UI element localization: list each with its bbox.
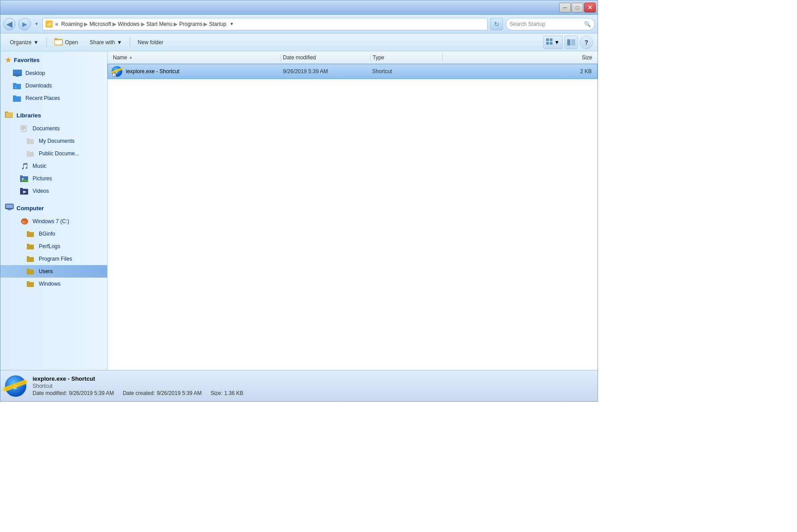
file-area: Name ▲ Date modified Type Size e: [108, 51, 598, 370]
col-type-header[interactable]: Type: [371, 54, 442, 61]
svg-text:↓: ↓: [15, 85, 17, 89]
sidebar-item-recent[interactable]: Recent Places: [0, 92, 107, 104]
search-box[interactable]: Search Startup 🔍: [506, 18, 595, 30]
sidebar-item-users[interactable]: Users: [0, 265, 107, 278]
sidebar-item-desktop[interactable]: Desktop: [0, 67, 107, 79]
file-name: iexplore.exe - Shortcut: [126, 68, 179, 75]
star-icon: ★: [5, 56, 11, 64]
svg-rect-46: [27, 256, 29, 258]
path-sep-1: ▶: [84, 21, 88, 27]
recent-icon: [13, 94, 22, 103]
svg-rect-10: [13, 75, 22, 76]
path-microsoft: Microsoft: [89, 21, 111, 27]
perflogs-folder-icon: [26, 242, 35, 251]
mydocuments-icon: [26, 137, 35, 145]
status-info: iexplore.exe - Shortcut Shortcut Date mo…: [33, 375, 243, 396]
share-button[interactable]: Share with ▼: [85, 36, 127, 49]
sidebar-item-bginfo[interactable]: BGinfo: [0, 228, 107, 240]
forward-button[interactable]: ▶: [18, 18, 31, 30]
libraries-label: Libraries: [17, 112, 41, 119]
svg-rect-7: [567, 39, 570, 46]
favorites-header[interactable]: ★ Favorites: [0, 53, 107, 67]
status-details: Date modified: 9/26/2019 5:39 AM Date cr…: [33, 390, 243, 396]
svg-rect-37: [8, 209, 11, 210]
table-row[interactable]: e ↗ iexplore.exe - Shortcut 9/26/2019 5:…: [108, 64, 598, 79]
mydocuments-label: My Documents: [39, 138, 75, 144]
sidebar-item-downloads[interactable]: ↓ Downloads: [0, 79, 107, 92]
col-name-header[interactable]: Name ▲: [111, 51, 281, 63]
path-startmenu: Start Menu: [146, 21, 173, 27]
toolbar-separator-1: [46, 37, 47, 48]
svg-rect-6: [550, 42, 552, 45]
col-size-label: Size: [582, 54, 592, 61]
svg-rect-36: [6, 204, 13, 208]
views-button[interactable]: ▼: [543, 36, 563, 49]
path-folder-icon: 📁: [46, 21, 53, 28]
path-sep-5: ▶: [203, 21, 208, 27]
status-filetype: Shortcut: [33, 383, 243, 389]
sidebar-item-music[interactable]: 🎵 Music: [0, 160, 107, 172]
organize-dropdown-icon: ▼: [33, 39, 39, 46]
svg-rect-4: [550, 38, 552, 41]
svg-rect-1: [54, 38, 58, 40]
svg-rect-50: [27, 281, 29, 283]
minimize-button[interactable]: ─: [559, 3, 571, 12]
status-date-modified-value: 9/26/2019 5:39 AM: [69, 390, 114, 396]
open-button[interactable]: Open: [50, 36, 83, 49]
sidebar-item-perflogs[interactable]: PerfLogs: [0, 240, 107, 253]
pane-button[interactable]: [565, 36, 578, 49]
share-label: Share with: [90, 39, 115, 46]
sidebar-item-windows7[interactable]: C: Windows 7 (C:): [0, 215, 107, 228]
computer-label: Computer: [17, 205, 44, 212]
computer-header[interactable]: Computer: [0, 201, 107, 215]
svg-rect-44: [27, 244, 29, 245]
file-cell-date: 9/26/2019 5:39 AM: [281, 68, 370, 75]
sidebar-item-pictures[interactable]: Pictures: [0, 172, 107, 185]
column-header: Name ▲ Date modified Type Size: [108, 51, 598, 64]
windows-folder-icon: [26, 279, 35, 288]
svg-rect-11: [16, 76, 19, 77]
sidebar-item-publicdoc[interactable]: Public Docume...: [0, 147, 107, 160]
path-sep-2: ▶: [112, 21, 116, 27]
sidebar-item-programfiles[interactable]: Program Files: [0, 253, 107, 265]
organize-button[interactable]: Organize ▼: [5, 36, 44, 49]
svg-rect-45: [27, 257, 34, 262]
pictures-icon: [20, 174, 29, 183]
computer-section: Computer C: Windows 7 (C:): [0, 199, 107, 292]
svg-rect-5: [546, 42, 549, 45]
refresh-button[interactable]: ↻: [490, 18, 503, 30]
svg-rect-27: [27, 151, 29, 152]
col-date-header[interactable]: Date modified: [281, 54, 370, 61]
desktop-label: Desktop: [25, 70, 45, 76]
close-button[interactable]: ✕: [584, 3, 596, 12]
svg-rect-15: [13, 96, 21, 102]
svg-rect-41: [27, 232, 34, 237]
address-path[interactable]: 📁 « Roaming ▶ Microsoft ▶ Windows ▶ Star…: [42, 18, 488, 30]
col-size-header[interactable]: Size: [443, 54, 594, 61]
libraries-header[interactable]: Libraries: [0, 108, 107, 122]
svg-rect-3: [546, 38, 549, 41]
pictures-label: Pictures: [33, 175, 52, 182]
shortcut-arrow: ↗: [112, 73, 116, 77]
svg-rect-25: [27, 138, 29, 140]
maximize-button[interactable]: □: [572, 3, 583, 12]
path-windows: Windows: [118, 21, 140, 27]
newfolder-button[interactable]: New folder: [133, 36, 168, 49]
music-icon: 🎵: [20, 162, 29, 170]
open-icon: [54, 37, 63, 47]
svg-rect-49: [27, 282, 34, 287]
path-dropdown[interactable]: ▼: [227, 18, 236, 30]
svg-rect-2: [55, 40, 62, 45]
help-button[interactable]: ?: [580, 36, 593, 49]
path-programs: Programs: [179, 21, 202, 27]
back-button[interactable]: ◀: [3, 18, 16, 30]
sidebar-item-mydocuments[interactable]: My Documents: [0, 135, 107, 147]
sidebar-item-videos[interactable]: Videos: [0, 185, 107, 197]
open-label: Open: [65, 39, 78, 46]
nav-dropdown[interactable]: ▼: [33, 18, 40, 30]
favorites-label: Favorites: [14, 57, 40, 63]
path-startup: Startup: [209, 21, 226, 27]
sidebar-item-documents[interactable]: Documents: [0, 122, 107, 135]
sidebar-item-windows[interactable]: Windows: [0, 278, 107, 290]
status-date-modified: Date modified: 9/26/2019 5:39 AM: [33, 390, 114, 396]
